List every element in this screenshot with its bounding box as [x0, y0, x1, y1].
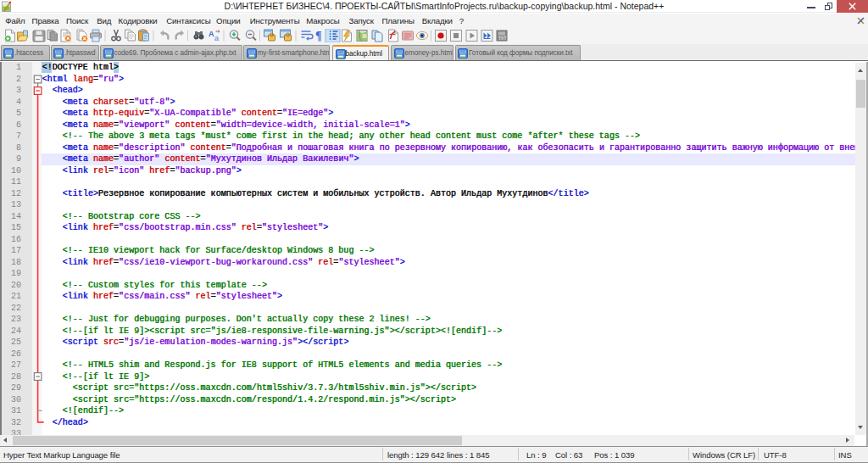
svg-text:TXT: TXT [498, 36, 506, 41]
svg-text:¶: ¶ [315, 30, 322, 42]
svg-text:A: A [209, 30, 214, 38]
svg-text:a: a [214, 34, 220, 42]
